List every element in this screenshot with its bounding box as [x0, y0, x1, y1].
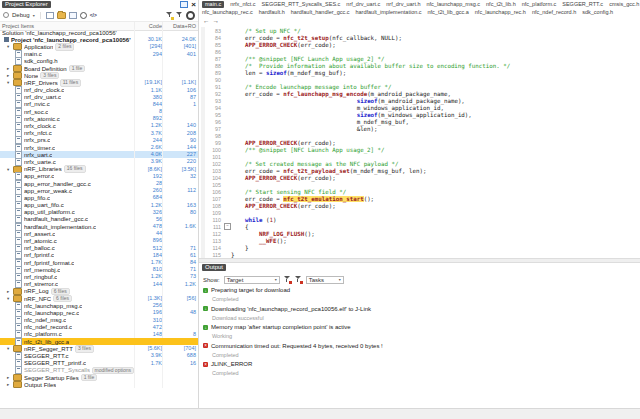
tab-nfc_launchapp_rec.c[interactable]: nfc_launchapp_rec.c [202, 9, 253, 15]
code-line[interactable]: 105 [201, 181, 640, 188]
build-configuration-select[interactable]: Debug [12, 12, 30, 18]
code-line[interactable]: 107 err_code = nfc_t2t_emulation_start()… [201, 195, 640, 202]
collapse-icon[interactable]: ▾ [7, 346, 11, 351]
code-line[interactable]: 100 /** @snippet [NFC Launch App usage_2… [201, 146, 640, 153]
navigate-forward-icon[interactable]: → [213, 17, 220, 24]
code-line[interactable]: 102 /* Set created message as the NFC pa… [201, 160, 640, 167]
tab-hardfault_implementation.c[interactable]: hardfault_implementation.c [355, 9, 421, 15]
expand-icon[interactable]: ▸ [7, 73, 11, 78]
code-line[interactable]: 115} [201, 251, 640, 258]
code-line[interactable]: 86 [201, 48, 640, 55]
code-line[interactable]: 98 [201, 132, 640, 139]
tab-nrfx_nfct.c[interactable]: nrfx_nfct.c [230, 1, 255, 7]
tree-item-label: nfc_launchapp_rec.c [24, 310, 79, 316]
output-item[interactable]: ×Communication timed out: Requested 4 by… [203, 341, 640, 351]
code-line[interactable]: 83 /* Set up NFC */ [201, 27, 640, 34]
line-number: 96 [205, 119, 224, 125]
tree-row-solution[interactable]: Solution 'nfc_launchapp_record_pca10056' [0, 29, 198, 36]
output-item[interactable]: ↓Preparing target for download [203, 285, 640, 295]
data-size-cell [162, 367, 198, 374]
tasks-select[interactable]: Tasks ▾ [306, 276, 344, 284]
code-icon[interactable]: </> [90, 12, 97, 18]
configure-gear-icon[interactable] [80, 12, 87, 19]
show-target-select[interactable]: Target ▾ [224, 276, 280, 284]
code-line[interactable]: 95 sizeof(m_windows_application_id), [201, 111, 640, 118]
collapse-icon[interactable]: ▾ [7, 167, 11, 172]
code-line[interactable]: 104 APP_ERROR_CHECK(err_code); [201, 174, 640, 181]
tree-item-label: nrf_atomic.c [24, 238, 57, 244]
code-line[interactable]: 106 /* Start sensing NFC field */ [201, 188, 640, 195]
new-window-icon[interactable] [46, 12, 54, 19]
output-item[interactable]: ↓Downloading 'nfc_launchapp_record_pca10… [203, 304, 640, 314]
navigate-back-icon[interactable]: ← [203, 17, 210, 24]
code-line[interactable]: 99 APP_ERROR_CHECK(err_code); [201, 139, 640, 146]
settings-gear-icon[interactable] [186, 11, 195, 20]
tree-row-folder[interactable]: ▸Output Files [0, 381, 198, 388]
code-line[interactable]: 91 /* Encode launchapp message into buff… [201, 83, 640, 90]
open-folder-icon[interactable] [57, 12, 66, 19]
filter-edit-icon[interactable] [166, 12, 173, 19]
code-line[interactable]: 85 APP_ERROR_CHECK(err_code); [201, 41, 640, 48]
tab-main.c[interactable]: main.c [202, 1, 224, 8]
chevron-down-icon[interactable]: ▾ [33, 13, 35, 18]
tree-item-label: SEGGER_RTT_Syscalls_SES.c [24, 367, 90, 373]
tab-hardfault_handler_gcc.c[interactable]: hardfault_handler_gcc.c [291, 9, 350, 15]
tab-nfc_t2t_lib_gcc.a[interactable]: nfc_t2t_lib_gcc.a [428, 9, 469, 15]
properties-window-icon[interactable] [69, 12, 77, 19]
output-filter-icon-1[interactable] [284, 276, 291, 283]
tab-cmsis_gcc.h[interactable]: cmsis_gcc.h [609, 1, 639, 7]
code-line[interactable]: 90 [201, 76, 640, 83]
tab-nfc_launchapp_msg.c[interactable]: nfc_launchapp_msg.c [427, 1, 481, 7]
output-item[interactable]: ×JLINK_ERROR [203, 359, 640, 369]
tab-SEGGER_RTT.c[interactable]: SEGGER_RTT.c [562, 1, 603, 7]
tab-nfc_launchapp_rec.h[interactable]: nfc_launchapp_rec.h [475, 9, 526, 15]
code-line[interactable]: 87 /** @snippet [NFC Launch App usage_2]… [201, 55, 640, 62]
code-token: APP_ERROR_CHECK [245, 42, 297, 48]
expand-icon[interactable]: ▸ [7, 375, 11, 380]
code-line[interactable]: 89 len = sizeof(m_ndef_msg_buf); [201, 69, 640, 76]
tab-SEGGER_RTT_Syscalls_SES.c[interactable]: SEGGER_RTT_Syscalls_SES.c [262, 1, 341, 7]
code-line[interactable]: 88 /* Provide information about availabl… [201, 62, 640, 69]
fold-collapse-icon[interactable]: − [224, 223, 231, 230]
output-tab[interactable]: Output [202, 264, 226, 271]
tab-sdk_config.h[interactable]: sdk_config.h [582, 9, 613, 15]
collapse-icon[interactable]: ▾ [7, 80, 11, 85]
dock-icon[interactable] [180, 1, 188, 8]
code-line[interactable]: 112 NRF_LOG_FLUSH(); [201, 230, 640, 237]
code-line[interactable]: 114 } [201, 244, 640, 251]
collapse-icon[interactable]: ▾ [7, 44, 11, 49]
tab-nrf_drv_uart.h[interactable]: nrf_drv_uart.h [386, 1, 420, 7]
tab-nrf_drv_uart.c[interactable]: nrf_drv_uart.c [346, 1, 380, 7]
code-line[interactable]: 93 sizeof(m_android_package_name), [201, 97, 640, 104]
output-filter-icon-2[interactable] [295, 276, 302, 283]
code-line[interactable]: 97 &len); [201, 125, 640, 132]
code-line[interactable]: 101 [201, 153, 640, 160]
code-line[interactable]: 111− { [201, 223, 640, 230]
tree-item-label: Application [24, 44, 53, 50]
code-line[interactable]: 84 err_code = nfc_t2t_setup(nfc_callback… [201, 34, 640, 41]
tab-nfc_t2t_lib.h[interactable]: nfc_t2t_lib.h [486, 1, 516, 7]
code-line[interactable]: 109 [201, 209, 640, 216]
tree-row-folder[interactable]: ▸Segger Startup Files1 file [0, 374, 198, 381]
tab-hardfault.h[interactable]: hardfault.h [259, 9, 285, 15]
tree-item-label: nfc_ndef_record.c [24, 324, 72, 330]
code-line[interactable]: 113 __WFE(); [201, 237, 640, 244]
code-line[interactable]: 110 while (1) [201, 216, 640, 223]
code-line[interactable]: 94 m_windows_application_id, [201, 104, 640, 111]
code-line[interactable]: 96 m_ndef_msg_buf, [201, 118, 640, 125]
expand-icon[interactable]: ▸ [7, 289, 11, 294]
code-line[interactable]: 92 err_code = nfc_launchapp_msg_encode(m… [201, 90, 640, 97]
expand-icon[interactable]: ▸ [7, 382, 11, 387]
tab-nfc_ndef_record.h[interactable]: nfc_ndef_record.h [532, 9, 576, 15]
filter-icon[interactable] [176, 12, 183, 19]
line-number: 109 [205, 210, 224, 216]
collapse-icon[interactable]: ▾ [7, 296, 11, 301]
code-line[interactable]: 103 err_code = nfc_t2t_payload_set(m_nde… [201, 167, 640, 174]
close-icon[interactable]: × [191, 2, 196, 8]
code-editor[interactable]: 83 /* Set up NFC */84 err_code = nfc_t2t… [201, 27, 640, 258]
tab-nfc_platform.c[interactable]: nfc_platform.c [522, 1, 557, 7]
editor-output-splitter[interactable] [199, 258, 640, 263]
expand-icon[interactable]: ▸ [7, 66, 11, 71]
output-item[interactable]: ↓Memory map 'after startup completion po… [203, 322, 640, 332]
code-line[interactable]: 108 APP_ERROR_CHECK(err_code); [201, 202, 640, 209]
